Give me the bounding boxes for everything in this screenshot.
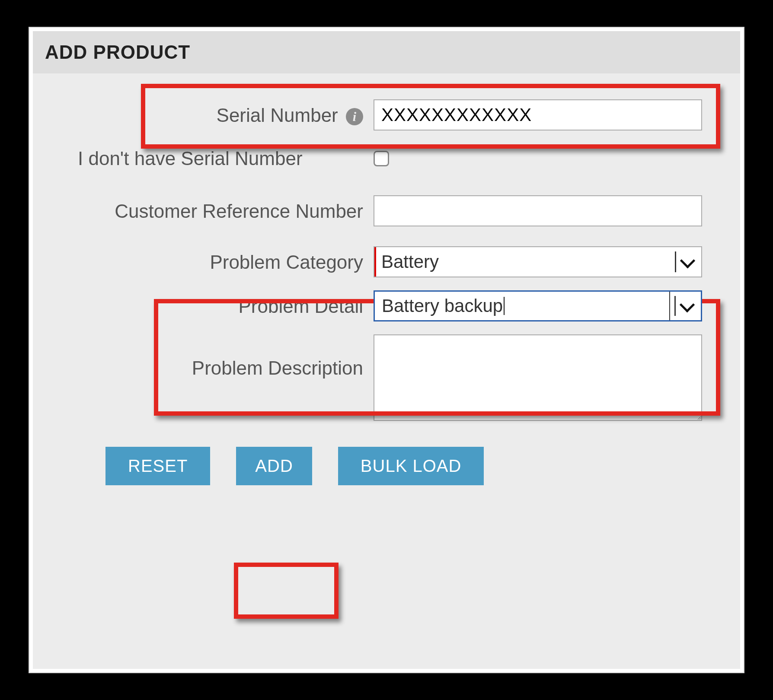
card-header: ADD PRODUCT <box>33 31 740 73</box>
bulk-load-button[interactable]: BULK LOAD <box>338 447 484 485</box>
no-serial-checkbox[interactable] <box>374 151 389 166</box>
no-serial-label: I don't have Serial Number <box>54 148 374 169</box>
add-product-card: ADD PRODUCT Serial Number i <box>33 31 740 669</box>
card-body: Serial Number i I don't have Serial Numb… <box>33 73 740 669</box>
problem-detail-value: Battery backup <box>382 292 670 320</box>
problem-description-label: Problem Description <box>54 334 374 380</box>
serial-number-label: Serial Number i <box>54 103 374 127</box>
required-marker <box>374 247 376 277</box>
chevron-down-icon <box>680 255 695 269</box>
text-cursor <box>504 297 505 315</box>
customer-reference-input[interactable] <box>374 195 702 226</box>
button-row: RESET ADD BULK LOAD <box>54 447 719 485</box>
chevron-down-icon <box>680 299 695 313</box>
add-button[interactable]: ADD <box>236 447 312 485</box>
problem-detail-select[interactable]: Battery backup <box>374 290 702 321</box>
problem-category-label: Problem Category <box>54 250 374 274</box>
serial-number-input[interactable] <box>374 99 702 130</box>
problem-category-select[interactable]: Battery <box>374 246 702 277</box>
customer-reference-label: Customer Reference Number <box>54 199 374 223</box>
reset-button[interactable]: RESET <box>105 447 210 485</box>
info-icon[interactable]: i <box>346 108 363 125</box>
card-title: ADD PRODUCT <box>45 41 190 63</box>
problem-description-textarea[interactable] <box>374 334 702 421</box>
highlight-add-button <box>234 563 339 619</box>
problem-category-value: Battery <box>381 251 671 272</box>
problem-detail-label: Problem Detail <box>54 294 374 318</box>
